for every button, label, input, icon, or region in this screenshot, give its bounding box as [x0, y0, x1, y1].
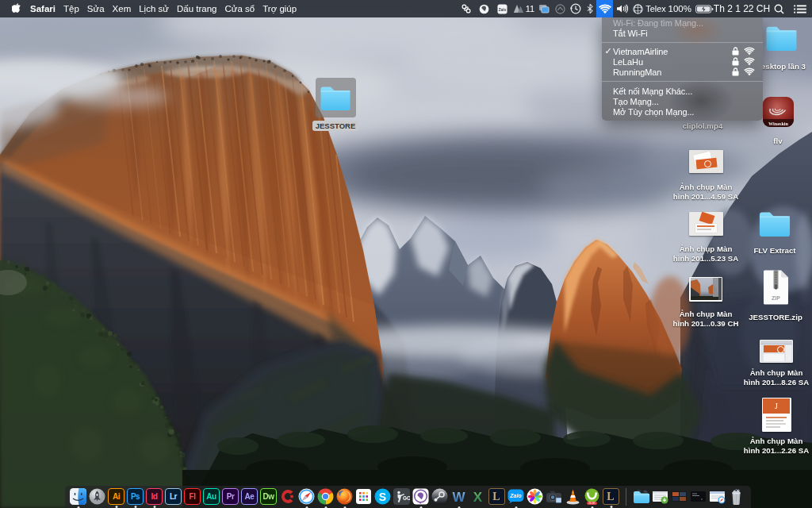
svg-text:Wineskin: Wineskin [768, 121, 789, 126]
svg-text:W: W [452, 489, 465, 504]
svg-text:ZIP: ZIP [772, 295, 780, 301]
svg-text:GO: GO [403, 495, 410, 500]
svg-text:Zalo: Zalo [509, 493, 522, 498]
svg-text:Zalo: Zalo [498, 7, 506, 11]
svg-text:26.8K: 26.8K [588, 502, 596, 505]
svg-text:L: L [492, 491, 500, 502]
svg-text:X: X [473, 489, 483, 504]
svg-text:S: S [379, 490, 386, 502]
svg-text:L: L [607, 491, 614, 502]
